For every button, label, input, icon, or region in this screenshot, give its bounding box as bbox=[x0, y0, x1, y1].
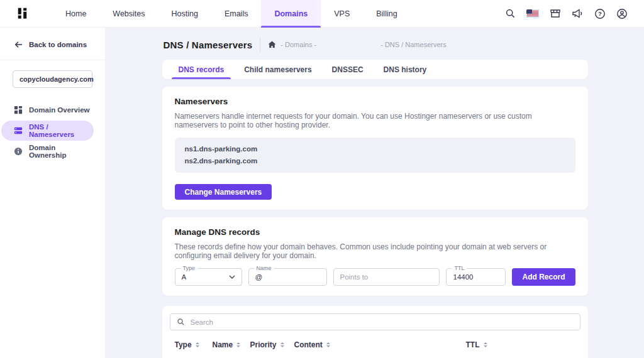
sidebar-menu: Domain Overview DNS / Nameservers Domain… bbox=[0, 98, 105, 163]
records-search-input[interactable] bbox=[191, 318, 574, 326]
nameserver-value: ns2.dns-parking.com bbox=[185, 155, 565, 167]
nav-item-hosting[interactable]: Hosting bbox=[158, 0, 211, 27]
column-header-type[interactable]: Type bbox=[175, 340, 213, 349]
info-icon bbox=[14, 147, 23, 156]
nameserver-value: ns1.dns-parking.com bbox=[185, 143, 565, 155]
breadcrumb: - Domains - - DNS / Nameservers bbox=[268, 41, 446, 48]
header-divider bbox=[260, 38, 260, 52]
nav-item-billing[interactable]: Billing bbox=[363, 0, 410, 27]
ttl-field-label: TTL bbox=[452, 265, 467, 271]
search-icon bbox=[177, 318, 185, 326]
tab-child-nameservers[interactable]: Child nameservers bbox=[234, 60, 321, 79]
announcements-megaphone-icon[interactable] bbox=[572, 8, 584, 19]
records-search bbox=[170, 313, 580, 330]
sidebar-item-domain-ownership[interactable]: Domain Ownership bbox=[1, 141, 94, 161]
type-field-label: Type bbox=[180, 265, 198, 271]
nav-item-emails[interactable]: Emails bbox=[211, 0, 262, 27]
grid-icon bbox=[14, 106, 23, 114]
tab-dns-records[interactable]: DNS records bbox=[169, 60, 235, 79]
back-arrow-icon bbox=[14, 41, 23, 48]
nameservers-description: Nameservers handle internet requests for… bbox=[175, 112, 575, 129]
hostinger-logo-icon[interactable] bbox=[16, 7, 28, 21]
column-header-priority[interactable]: Priority bbox=[250, 340, 294, 349]
nav-item-home[interactable]: Home bbox=[52, 0, 99, 27]
record-points-to-input[interactable] bbox=[340, 273, 433, 281]
store-icon[interactable] bbox=[550, 8, 561, 19]
table-header-row: Type Name Priority Content TTL bbox=[170, 330, 580, 358]
name-field-label: Name bbox=[254, 265, 274, 271]
sidebar-item-label: DNS / Nameservers bbox=[29, 123, 94, 138]
record-ttl-field: TTL bbox=[446, 268, 506, 286]
domain-select-value: copycloudagency.com bbox=[19, 75, 94, 83]
home-icon[interactable] bbox=[268, 41, 276, 48]
domain-select[interactable]: copycloudagency.com bbox=[13, 70, 92, 88]
manage-records-title: Manage DNS records bbox=[175, 227, 575, 237]
main-nav: Home Websites Hosting Emails Domains VPS… bbox=[52, 0, 411, 27]
search-icon[interactable] bbox=[505, 8, 516, 19]
nameservers-box: ns1.dns-parking.com ns2.dns-parking.com bbox=[175, 138, 575, 173]
column-header-content[interactable]: Content bbox=[294, 340, 466, 349]
manage-records-description: These records define how your domain beh… bbox=[175, 242, 575, 260]
sidebar: Back to domains copycloudagency.com Doma… bbox=[0, 28, 106, 358]
tab-dns-history[interactable]: DNS history bbox=[374, 60, 437, 79]
sidebar-divider bbox=[0, 60, 105, 60]
dns-tabs: DNS records Child nameservers DNSSEC DNS… bbox=[162, 60, 588, 79]
sort-icon bbox=[196, 342, 199, 347]
add-record-button[interactable]: Add Record bbox=[512, 268, 575, 286]
dns-server-icon bbox=[14, 126, 23, 135]
record-points-field bbox=[333, 268, 440, 286]
sort-icon bbox=[236, 342, 240, 347]
sidebar-item-label: Domain Ownership bbox=[29, 144, 94, 159]
manage-dns-records-card: Manage DNS records These records define … bbox=[162, 217, 588, 296]
chevron-down-icon bbox=[229, 275, 235, 279]
sidebar-item-label: Domain Overview bbox=[29, 106, 90, 114]
sidebar-item-dns-nameservers[interactable]: DNS / Nameservers bbox=[1, 121, 94, 141]
nav-item-vps[interactable]: VPS bbox=[321, 0, 363, 27]
language-flag-icon[interactable] bbox=[526, 9, 539, 18]
change-nameservers-button[interactable]: Change Nameservers bbox=[175, 184, 272, 200]
sort-icon bbox=[280, 342, 284, 347]
nav-item-websites[interactable]: Websites bbox=[99, 0, 158, 27]
back-to-domains-label: Back to domains bbox=[29, 41, 87, 48]
sort-icon bbox=[484, 342, 487, 347]
top-bar: Home Websites Hosting Emails Domains VPS… bbox=[0, 0, 644, 28]
breadcrumb-domains[interactable]: - Domains - bbox=[280, 41, 316, 48]
help-icon[interactable]: ? bbox=[594, 8, 606, 19]
back-to-domains-link[interactable]: Back to domains bbox=[0, 28, 105, 60]
svg-text:?: ? bbox=[598, 10, 602, 17]
nameservers-title: Nameservers bbox=[175, 97, 575, 106]
page-header: DNS / Nameservers - Domains - - DNS / Na… bbox=[164, 38, 588, 52]
type-select-value: A bbox=[182, 273, 187, 281]
sort-icon bbox=[326, 342, 330, 347]
dns-records-table-card: Type Name Priority Content TTL bbox=[162, 306, 588, 358]
nav-item-domains[interactable]: Domains bbox=[261, 0, 321, 27]
tab-dnssec[interactable]: DNSSEC bbox=[322, 60, 374, 79]
breadcrumb-domain-spacer bbox=[321, 45, 376, 45]
topbar-actions: ? bbox=[505, 8, 628, 19]
sidebar-item-domain-overview[interactable]: Domain Overview bbox=[1, 100, 94, 120]
column-header-ttl[interactable]: TTL bbox=[466, 340, 507, 349]
column-header-name[interactable]: Name bbox=[213, 340, 250, 349]
add-record-form: Type A Name TTL Add Record bbox=[175, 268, 575, 286]
record-name-field: Name bbox=[248, 268, 327, 286]
account-icon[interactable] bbox=[616, 8, 628, 19]
page-title: DNS / Nameservers bbox=[164, 40, 253, 50]
breadcrumb-current: - DNS / Nameservers bbox=[380, 41, 447, 48]
record-ttl-input[interactable] bbox=[453, 273, 499, 281]
nameservers-card: Nameservers Nameservers handle internet … bbox=[162, 87, 588, 210]
main-area: DNS / Nameservers - Domains - - DNS / Na… bbox=[106, 28, 644, 358]
record-type-select[interactable]: Type A bbox=[175, 268, 242, 286]
record-name-input[interactable] bbox=[255, 273, 320, 281]
